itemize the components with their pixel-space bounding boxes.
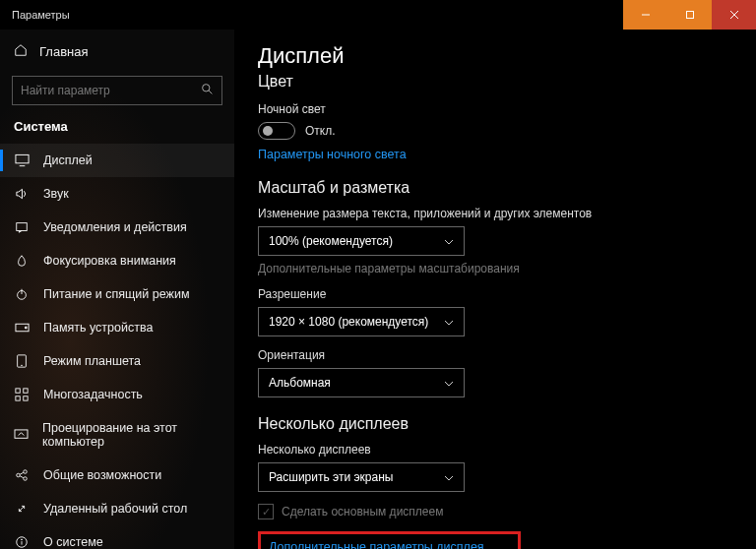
sidebar-item-sound[interactable]: Звук	[0, 177, 234, 211]
chevron-down-icon	[444, 315, 454, 329]
sidebar-item-about[interactable]: О системе	[0, 525, 234, 549]
scale-select[interactable]: 100% (рекомендуется)	[258, 226, 465, 256]
titlebar: Параметры	[0, 0, 756, 30]
sidebar-item-shared[interactable]: Общие возможности	[0, 458, 234, 492]
resolution-value: 1920 × 1080 (рекомендуется)	[269, 315, 428, 329]
advanced-display-link[interactable]: Дополнительные параметры дисплея	[269, 540, 484, 549]
svg-rect-15	[16, 389, 20, 393]
multi-value: Расширить эти экраны	[269, 470, 393, 484]
nav-list: Дисплей Звук Уведомления и действия Фоку…	[0, 144, 234, 549]
sidebar-item-notifications[interactable]: Уведомления и действия	[0, 211, 234, 244]
svg-rect-8	[17, 223, 28, 231]
svg-point-27	[22, 539, 23, 540]
search-box[interactable]	[12, 76, 222, 105]
sidebar-item-label: О системе	[43, 535, 103, 549]
remote-icon	[14, 502, 30, 516]
main-panel: Дисплей Цвет Ночной свет Откл. Параметры…	[234, 30, 756, 549]
sidebar-item-label: Проецирование на этот компьютер	[42, 421, 220, 449]
resolution-field: Разрешение 1920 × 1080 (рекомендуется)	[258, 287, 732, 336]
chevron-down-icon	[444, 376, 454, 390]
scale-field: Изменение размера текста, приложений и д…	[258, 207, 732, 275]
color-section-title: Цвет	[258, 73, 732, 91]
display-icon	[14, 153, 30, 167]
night-light-state: Откл.	[305, 124, 336, 138]
page-title: Дисплей	[258, 43, 732, 69]
window-title: Параметры	[0, 9, 623, 21]
svg-rect-16	[24, 389, 28, 393]
sidebar-item-label: Уведомления и действия	[43, 220, 187, 234]
svg-rect-19	[15, 429, 28, 437]
home-link[interactable]: Главная	[0, 35, 234, 68]
category-title: Система	[0, 119, 234, 144]
home-icon	[14, 43, 28, 60]
about-icon	[14, 535, 30, 549]
svg-rect-1	[686, 12, 693, 19]
primary-display-label: Сделать основным дисплеем	[282, 505, 443, 518]
night-light-toggle[interactable]	[258, 122, 295, 140]
projection-icon	[14, 429, 29, 442]
svg-point-12	[25, 327, 27, 329]
orientation-label: Ориентация	[258, 348, 732, 362]
sidebar-item-label: Память устройства	[43, 321, 153, 335]
settings-window: Параметры Главная Система Дисплей	[0, 0, 756, 549]
sidebar-item-label: Звук	[43, 187, 69, 201]
sidebar-item-tablet[interactable]: Режим планшета	[0, 344, 234, 378]
sidebar-item-label: Режим планшета	[43, 354, 141, 368]
sidebar-item-label: Общие возможности	[43, 468, 161, 482]
orientation-field: Ориентация Альбомная	[258, 348, 732, 397]
maximize-button[interactable]	[667, 0, 712, 30]
content-area: Главная Система Дисплей Звук Уведомления	[0, 30, 756, 549]
window-controls	[623, 0, 756, 30]
shared-icon	[14, 468, 30, 482]
highlighted-link-box: Дополнительные параметры дисплея	[258, 531, 521, 549]
svg-rect-6	[15, 154, 28, 162]
storage-icon	[14, 323, 30, 333]
sidebar: Главная Система Дисплей Звук Уведомления	[0, 30, 234, 549]
sidebar-item-display[interactable]: Дисплей	[0, 144, 234, 177]
multi-select[interactable]: Расширить эти экраны	[258, 462, 465, 492]
sidebar-item-label: Питание и спящий режим	[43, 287, 189, 301]
primary-display-row: ✓ Сделать основным дисплеем	[258, 504, 732, 519]
multitask-icon	[14, 388, 30, 401]
scale-label: Изменение размера текста, приложений и д…	[258, 207, 732, 220]
multi-label: Несколько дисплеев	[258, 443, 732, 457]
scale-value: 100% (рекомендуется)	[269, 234, 393, 248]
orientation-select[interactable]: Альбомная	[258, 368, 465, 397]
multi-field: Несколько дисплеев Расширить эти экраны	[258, 443, 732, 492]
search-icon	[201, 83, 214, 98]
svg-point-20	[17, 473, 21, 477]
svg-point-22	[24, 477, 28, 481]
svg-line-24	[20, 476, 24, 478]
sidebar-item-storage[interactable]: Память устройства	[0, 311, 234, 344]
scale-section-title: Масштаб и разметка	[258, 179, 732, 197]
tablet-icon	[14, 354, 30, 368]
sidebar-item-label: Дисплей	[43, 153, 93, 167]
primary-display-checkbox[interactable]: ✓	[258, 504, 274, 519]
svg-point-21	[24, 470, 28, 474]
close-button[interactable]	[712, 0, 756, 30]
svg-rect-18	[24, 396, 28, 400]
toggle-knob	[263, 126, 273, 136]
focus-icon	[14, 254, 30, 268]
night-light-toggle-row: Откл.	[258, 122, 732, 140]
sidebar-item-label: Фокусировка внимания	[43, 254, 176, 268]
svg-rect-17	[16, 396, 20, 400]
sidebar-item-label: Удаленный рабочий стол	[43, 502, 187, 516]
sidebar-item-focus[interactable]: Фокусировка внимания	[0, 244, 234, 277]
notifications-icon	[14, 220, 30, 234]
sidebar-item-multitask[interactable]: Многозадачность	[0, 378, 234, 411]
search-input[interactable]	[21, 84, 201, 97]
resolution-label: Разрешение	[258, 287, 732, 301]
minimize-button[interactable]	[623, 0, 667, 30]
chevron-down-icon	[444, 470, 454, 484]
sidebar-item-label: Многозадачность	[43, 388, 143, 401]
svg-point-4	[203, 85, 210, 92]
resolution-select[interactable]: 1920 × 1080 (рекомендуется)	[258, 307, 465, 336]
sidebar-item-remote[interactable]: Удаленный рабочий стол	[0, 492, 234, 525]
night-light-settings-link[interactable]: Параметры ночного света	[258, 148, 732, 161]
power-icon	[14, 287, 30, 301]
svg-line-5	[209, 91, 212, 93]
sidebar-item-projection[interactable]: Проецирование на этот компьютер	[0, 411, 234, 458]
scale-advanced-link[interactable]: Дополнительные параметры масштабирования	[258, 262, 732, 275]
sidebar-item-power[interactable]: Питание и спящий режим	[0, 277, 234, 311]
